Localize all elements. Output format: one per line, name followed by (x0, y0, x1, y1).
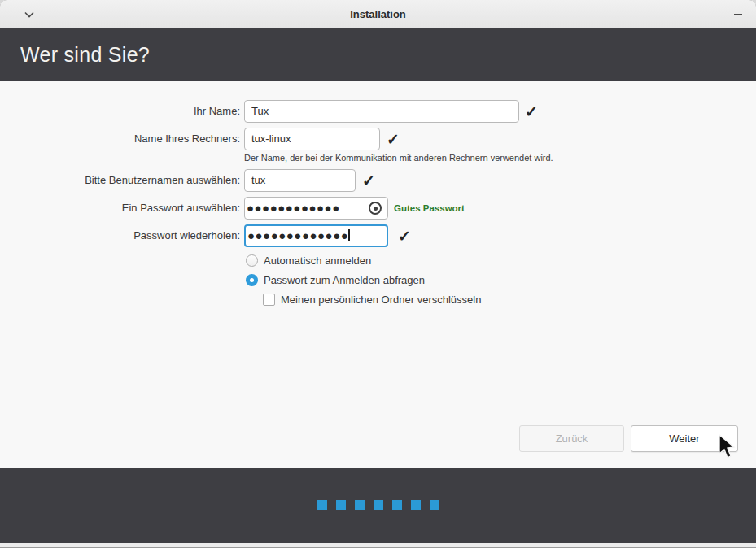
slideshow-footer (0, 468, 756, 543)
progress-dot (336, 500, 346, 510)
back-button[interactable]: Zurück (519, 425, 624, 452)
mouse-cursor (718, 434, 737, 460)
option-auto-login-label[interactable]: Automatisch anmelden (264, 254, 371, 267)
hostname-label: Name Ihres Rechners: (0, 128, 240, 150)
name-label: Ihr Name: (0, 100, 240, 123)
progress-dot (430, 500, 439, 510)
page-title: Wer sind Sie? (20, 43, 150, 67)
confirm-valid-icon: ✓ (396, 224, 413, 247)
username-input[interactable]: tux (244, 169, 356, 192)
hostname-value: tux-linux (251, 133, 291, 145)
show-password-eye-icon[interactable] (369, 202, 382, 215)
progress-dot (317, 500, 327, 510)
username-label: Bitte Benutzernamen auswählen: (0, 169, 240, 192)
name-input[interactable]: Tux (244, 100, 519, 123)
name-value: Tux (251, 105, 269, 117)
confirm-password-input[interactable]: ●●●●●●●●●●●●● (244, 224, 388, 247)
progress-dot (355, 500, 365, 510)
hostname-input[interactable]: tux-linux (244, 128, 380, 150)
option-auto-login[interactable]: Automatisch anmelden (246, 254, 371, 267)
progress-dot (374, 500, 383, 510)
text-caret (348, 229, 350, 241)
minimize-icon (734, 14, 742, 15)
window-bottom-edge (0, 543, 756, 548)
checkbox-unchecked-icon[interactable] (263, 294, 275, 306)
username-value: tux (251, 174, 265, 186)
confirm-password-masked-value: ●●●●●●●●●●●●● (247, 226, 348, 246)
minimize-button[interactable] (732, 8, 745, 21)
titlebar: Installation (0, 0, 756, 28)
option-require-password-label[interactable]: Passwort zum Anmelden abfragen (264, 274, 425, 286)
hostname-help-text: Der Name, der bei der Kommunikation mit … (244, 153, 553, 163)
hostname-valid-icon: ✓ (385, 128, 401, 150)
option-require-password[interactable]: Passwort zum Anmelden abfragen (246, 274, 425, 286)
option-encrypt-home-label[interactable]: Meinen persönlichen Ordner verschlüsseln (281, 294, 481, 306)
radio-unselected-icon[interactable] (246, 254, 258, 267)
form-area: Ihr Name: Tux ✓ Name Ihres Rechners: tux… (0, 81, 756, 468)
confirm-password-label: Passwort wiederholen: (0, 224, 240, 247)
installer-window: Installation Wer sind Sie? Ihr Name: Tux… (0, 0, 756, 548)
password-masked-value: ●●●●●●●●●●●● (247, 198, 340, 219)
password-strength-text: Gutes Passwort (394, 197, 465, 220)
progress-dots (317, 500, 439, 510)
option-encrypt-home[interactable]: Meinen persönlichen Ordner verschlüsseln (263, 294, 481, 306)
window-title: Installation (0, 0, 756, 28)
progress-dot (411, 500, 421, 510)
name-valid-icon: ✓ (523, 100, 540, 123)
username-valid-icon: ✓ (361, 169, 377, 192)
page-header: Wer sind Sie? (0, 28, 756, 81)
password-label: Ein Passwort auswählen: (0, 197, 240, 220)
radio-selected-icon[interactable] (246, 274, 258, 286)
progress-dot (392, 500, 402, 510)
password-input[interactable]: ●●●●●●●●●●●● (244, 197, 388, 220)
